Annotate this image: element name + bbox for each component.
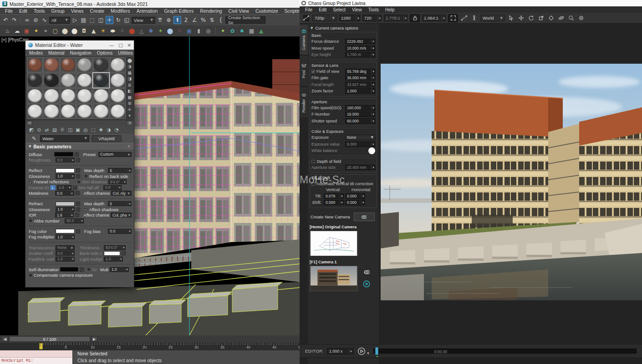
more-icon[interactable]: ▾ bbox=[127, 113, 132, 118]
sphere-icon[interactable]: ⬤ bbox=[71, 27, 78, 35]
menu-modes[interactable]: Modes bbox=[26, 51, 46, 56]
rectangular-selection-region-icon[interactable]: ⬚ bbox=[88, 16, 96, 24]
box-icon[interactable]: ▣ bbox=[185, 27, 193, 35]
egg-icon[interactable]: ⬬ bbox=[109, 27, 117, 35]
cup-icon[interactable]: ◘ bbox=[80, 27, 88, 35]
timeline-scrubber[interactable] bbox=[375, 347, 378, 355]
playback-speed-field[interactable]: 1.000 x bbox=[327, 348, 353, 354]
menu-options[interactable]: Options bbox=[94, 51, 115, 56]
rotate-tool-icon[interactable] bbox=[527, 14, 535, 22]
checkbox-box[interactable] bbox=[77, 180, 81, 184]
material-sample-slot[interactable] bbox=[43, 57, 59, 72]
tab-render[interactable]: Render bbox=[300, 87, 308, 117]
spinner-control[interactable] bbox=[356, 15, 360, 21]
value-spinner[interactable]: 10.000 m/s bbox=[345, 46, 375, 51]
value-spinner[interactable]: 2229.492 bbox=[345, 39, 375, 44]
spinner-control[interactable] bbox=[340, 194, 343, 198]
param-checkbox[interactable]: GI bbox=[85, 267, 97, 272]
camera-path-icon[interactable] bbox=[460, 14, 468, 22]
sample-uv-icon[interactable]: ◔ bbox=[113, 126, 120, 133]
option-dropdown[interactable]: None▼ bbox=[345, 135, 375, 140]
redo-icon[interactable]: ↷ bbox=[10, 16, 18, 24]
red-sphere-icon[interactable]: ⬤ bbox=[128, 27, 136, 35]
rain-icon[interactable]: ⁘ bbox=[118, 27, 126, 35]
spinner-control[interactable] bbox=[371, 89, 375, 93]
material-sample-slot[interactable] bbox=[93, 57, 109, 72]
spinner-control[interactable] bbox=[371, 46, 375, 51]
material-sample-slot[interactable] bbox=[27, 73, 43, 88]
menu-edit[interactable]: Edit bbox=[317, 7, 331, 12]
spinner-snap-icon[interactable]: ⇅ bbox=[208, 16, 216, 24]
angle-snap-icon[interactable]: ∠ bbox=[191, 16, 199, 24]
help-ring-icon[interactable]: ◎ bbox=[204, 27, 212, 35]
checkbox-box[interactable] bbox=[311, 182, 315, 186]
param-checkbox[interactable]: ✓Affect shadows bbox=[82, 207, 118, 212]
material-sample-slot[interactable] bbox=[110, 57, 126, 72]
menu-tools[interactable]: Tools bbox=[31, 8, 48, 14]
param-checkbox[interactable]: Reflect on back side bbox=[82, 174, 128, 179]
menu-customize[interactable]: Customize bbox=[252, 8, 281, 14]
map-slot[interactable] bbox=[76, 202, 80, 206]
environment-icon[interactable]: ☁ bbox=[13, 27, 21, 35]
value-spinner[interactable]: 1.0 bbox=[56, 234, 75, 239]
grid-icon[interactable]: ▦ bbox=[248, 27, 255, 35]
camera-home-label[interactable]: [Home] Original Camera bbox=[310, 225, 377, 229]
value-spinner[interactable]: 1.000 bbox=[345, 88, 375, 94]
value-spinner[interactable]: 0.0 bbox=[56, 157, 75, 162]
lock-l-button[interactable]: L bbox=[50, 185, 56, 190]
prev-frame-icon[interactable]: ◀ bbox=[2, 336, 8, 342]
spinner-control[interactable] bbox=[71, 174, 74, 178]
coordinate-space-dropdown[interactable]: World▼ bbox=[480, 15, 505, 21]
settings-icon[interactable] bbox=[577, 14, 585, 22]
camera-f1-label[interactable]: [F1] Camera 1 bbox=[310, 260, 377, 264]
checkbox-box[interactable] bbox=[84, 174, 88, 178]
map-slot[interactable] bbox=[122, 251, 126, 255]
spinner-control[interactable] bbox=[371, 52, 375, 57]
material-editor-titlebar[interactable]: Material Editor - Water — □ ✕ bbox=[25, 40, 134, 50]
camera-f1-thumbnail[interactable] bbox=[310, 266, 358, 291]
put-to-scene-icon[interactable]: ⊙ bbox=[36, 126, 42, 133]
window-crossing-icon[interactable]: ◫ bbox=[97, 16, 105, 24]
material-sample-slot[interactable] bbox=[93, 88, 109, 103]
menu-file[interactable]: File bbox=[303, 7, 317, 12]
menu-create[interactable]: Create bbox=[87, 8, 108, 14]
select-and-move-icon[interactable]: ✛ bbox=[106, 16, 113, 24]
group-checkbox[interactable] bbox=[311, 160, 315, 163]
material-sample-slot[interactable] bbox=[76, 88, 92, 103]
sample-tiling-icon[interactable]: ◨ bbox=[127, 76, 132, 81]
param-checkbox[interactable]: Abbe number bbox=[29, 218, 63, 223]
percent-snap-icon[interactable]: % bbox=[199, 16, 207, 24]
resolution-preset-dropdown[interactable]: 720p▼ bbox=[312, 15, 337, 21]
white-balance-swatch[interactable] bbox=[368, 147, 375, 154]
value-spinner[interactable]: 0.079 bbox=[324, 193, 344, 199]
spinner-control[interactable] bbox=[127, 168, 131, 172]
options-icon[interactable]: ▩ bbox=[127, 95, 132, 100]
material-sample-slot[interactable] bbox=[60, 88, 76, 103]
value-spinner[interactable]: 16.000 bbox=[345, 111, 375, 117]
spinner-control[interactable] bbox=[125, 268, 128, 272]
lavina-tool-icon[interactable] bbox=[302, 14, 310, 22]
map-slot[interactable] bbox=[76, 168, 80, 172]
spinner-control[interactable] bbox=[70, 213, 73, 217]
undo-icon[interactable]: ↶ bbox=[2, 16, 10, 24]
material-sample-slot[interactable] bbox=[76, 57, 92, 72]
spinner-control[interactable] bbox=[361, 194, 365, 198]
color-swatch[interactable] bbox=[60, 267, 78, 272]
material-sample-slot[interactable] bbox=[76, 104, 92, 119]
video-color-check-icon[interactable]: ≣ bbox=[127, 82, 132, 87]
delete-camera-button[interactable] bbox=[362, 280, 371, 288]
map-slot[interactable] bbox=[76, 174, 80, 178]
spinner-control[interactable] bbox=[71, 235, 74, 239]
checkbox-box[interactable]: ✓ bbox=[84, 207, 88, 211]
checkbox-box[interactable]: ✓ bbox=[311, 70, 315, 73]
material-name-dropdown[interactable]: Water ▼ bbox=[40, 135, 89, 142]
put-to-library-icon[interactable]: ◫ bbox=[67, 126, 73, 133]
menu-file[interactable]: File bbox=[2, 8, 16, 14]
map-slot[interactable] bbox=[76, 158, 80, 162]
value-spinner[interactable]: 1.0 bbox=[104, 257, 123, 262]
checkbox-box[interactable]: ✓ bbox=[29, 180, 32, 184]
assign-to-selection-icon[interactable]: ⇄ bbox=[44, 126, 50, 133]
make-unique-icon[interactable]: ⟐ bbox=[59, 126, 66, 133]
value-spinner[interactable]: 60.000 bbox=[345, 118, 375, 124]
spinner-control[interactable] bbox=[71, 257, 74, 261]
